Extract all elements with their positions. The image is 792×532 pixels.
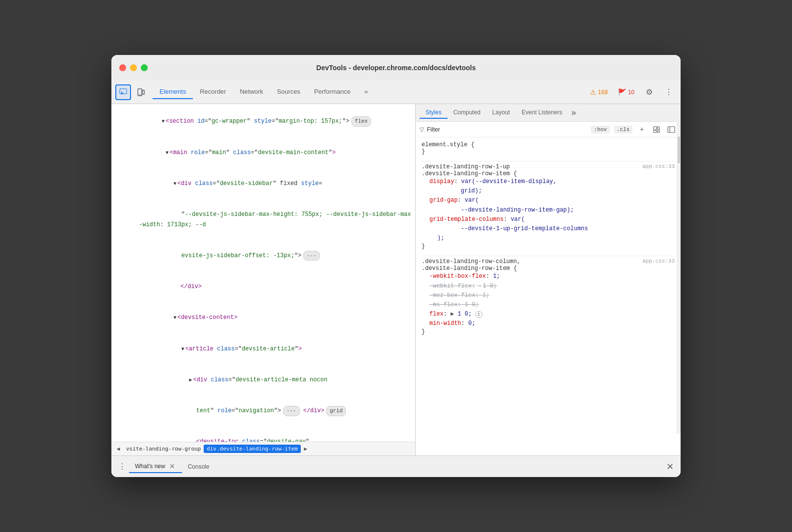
css-selector-3[interactable]: .devsite-landing-row-column, [422, 258, 521, 265]
webkit-flex-val: 1 0; [483, 282, 497, 291]
sidebar-svg [667, 126, 675, 133]
tab-sources[interactable]: Sources [270, 85, 307, 99]
more-options-icon[interactable]: ⋮ [661, 84, 677, 100]
css-selectors: .devsite-landing-row-1-up .devsite-landi… [422, 163, 517, 177]
tab-recorder[interactable]: Recorder [193, 85, 233, 99]
elements-content[interactable]: ▼<section id="gc-wrapper" style="margin-… [111, 104, 415, 442]
breadcrumb-item-row-group[interactable]: vsite-landing-row-group [123, 445, 204, 453]
settings-icon[interactable]: ⚙ [641, 84, 657, 100]
css-property-flex[interactable]: flex: ▶ 1 0; i [422, 310, 675, 319]
tab-event-listeners[interactable]: Event Listeners [516, 107, 568, 119]
prop-name-2: grid-gap [429, 197, 458, 204]
styles-toolbar: ▽ Filter :hov .cls + [416, 122, 681, 137]
element-picker-icon[interactable] [115, 84, 131, 100]
prop-value-3: var( [511, 216, 525, 223]
device-svg [136, 88, 145, 97]
tab-styles[interactable]: Styles [420, 107, 448, 119]
css-selector-2[interactable]: .devsite-landing-row-item { [422, 170, 517, 177]
css-close-line: } [422, 148, 675, 155]
flex-info-icon[interactable]: i [475, 311, 482, 318]
scrollbar-track[interactable] [677, 122, 681, 434]
close-button[interactable] [119, 64, 126, 71]
drawer-close-button[interactable]: ✕ [663, 460, 677, 474]
html-line[interactable]: evsite-js-sidebar-offset: -13px;">··· [111, 240, 415, 271]
warning-count[interactable]: ⚠ 168 [587, 87, 611, 97]
devtools-window: DevTools - developer.chrome.com/docs/dev… [111, 55, 681, 477]
error-count[interactable]: 🚩 10 [615, 87, 637, 97]
breadcrumb-item-row-item[interactable]: div.devsite-landing-row-item [204, 445, 300, 453]
html-line[interactable]: <devsite-toc class="devsite-nav" [111, 426, 415, 442]
add-style-button[interactable]: + [636, 124, 647, 135]
html-line[interactable]: "--devsite-js-sidebar-max-height: 755px;… [111, 199, 415, 240]
filter-label: Filter [427, 126, 440, 133]
css-selector-line[interactable]: element.style { [422, 141, 675, 148]
flex-badge[interactable]: flex [351, 116, 371, 127]
svg-rect-10 [668, 127, 675, 133]
css-property-display[interactable]: display: var(--devsite-item-display, [422, 177, 675, 186]
html-line[interactable]: ▼<section id="gc-wrapper" style="margin-… [111, 106, 415, 137]
breadcrumb-forward-button[interactable]: ▶ [301, 444, 311, 454]
grid-badge[interactable]: grid [326, 406, 346, 416]
toggle-sidebar-button[interactable] [666, 124, 677, 135]
title-bar: DevTools - developer.chrome.com/docs/dev… [111, 55, 681, 80]
drawer-tab-console[interactable]: Console [182, 461, 215, 472]
device-toggle-icon[interactable] [133, 84, 149, 100]
breadcrumb-back-button[interactable]: ◀ [113, 444, 123, 454]
tab-computed[interactable]: Computed [448, 107, 486, 119]
ellipsis2-badge[interactable]: ··· [283, 406, 300, 416]
cls-button[interactable]: .cls [614, 126, 633, 133]
inspect-element-button[interactable] [651, 124, 662, 135]
css-property-moz-box-flex[interactable]: -moz-box-flex: 1; [422, 291, 675, 300]
css-property-min-width[interactable]: min-width: 0; [422, 319, 675, 328]
moz-bf-text: -moz-box-flex: 1; [429, 292, 489, 299]
rule-divider-2 [422, 256, 675, 256]
inspect-svg [653, 126, 660, 133]
html-line[interactable]: ▼<div class="devsite-sidebar" fixed styl… [111, 168, 415, 199]
maximize-button[interactable] [141, 64, 148, 71]
drawer-menu-icon[interactable]: ⋮ [115, 460, 129, 474]
css-property-webkit-box-flex[interactable]: -webkit-box-flex: 1; [422, 272, 675, 281]
css-source-1[interactable]: app.css:33 [642, 163, 675, 169]
html-line[interactable]: ▼<article class="devsite-article"> [111, 333, 415, 364]
close-brace: } [422, 243, 425, 250]
ellipsis-badge[interactable]: ··· [303, 251, 320, 261]
tab-elements[interactable]: Elements [153, 85, 193, 99]
html-line[interactable]: ▼<main role="main" class="devsite-main-c… [111, 137, 415, 168]
hov-button[interactable]: :hov [591, 126, 609, 133]
css-property-grid-template[interactable]: grid-template-columns: var( [422, 215, 675, 224]
filter-icon: ▽ [420, 126, 424, 133]
css-selector-1[interactable]: .devsite-landing-row-1-up [422, 163, 517, 170]
whats-new-close-button[interactable]: ✕ [168, 462, 176, 470]
css-close-brace: } [422, 148, 425, 155]
css-selector-4[interactable]: .devsite-landing-row-item { [422, 265, 521, 272]
prop-value-wbf: 1; [493, 273, 500, 280]
filter-box: ▽ Filter [420, 126, 587, 133]
cont-value-3: --devsite-1-up-grid-template-columns [461, 225, 588, 232]
prop-name: display [429, 178, 454, 185]
html-line[interactable]: tent" role="navigation">··· </div>grid [111, 396, 415, 426]
html-line[interactable]: ▶<div class="devsite-article-meta nocon [111, 364, 415, 395]
html-line[interactable]: ▼<devsite-content> [111, 302, 415, 333]
css-property-grid-gap[interactable]: grid-gap: var( [422, 196, 675, 205]
styles-content[interactable]: element.style { } .devsite-landing-row [416, 137, 681, 455]
css-selectors-2: .devsite-landing-row-column, .devsite-la… [422, 258, 521, 272]
minimize-button[interactable] [130, 64, 137, 71]
prop-name-mw: min-width [429, 320, 461, 327]
tab-network[interactable]: Network [233, 85, 270, 99]
elements-panel: ▼<section id="gc-wrapper" style="margin-… [111, 104, 416, 455]
scrollbar-thumb[interactable] [678, 136, 680, 163]
tab-layout[interactable]: Layout [486, 107, 516, 119]
html-line[interactable]: </div> [111, 271, 415, 302]
styles-more-tabs-button[interactable]: » [568, 108, 580, 118]
prop-name-3: grid-template-columns [429, 216, 503, 223]
css-property-webkit-flex[interactable]: -webkit-flex: → 1 0; [422, 282, 675, 291]
prop-value: var(--devsite-item-display, [461, 178, 556, 185]
css-property-ms-flex[interactable]: -ms-flex: 1 0; [422, 300, 675, 310]
ms-flex-text: -ms-flex: 1 0; [429, 301, 479, 308]
css-source-2[interactable]: app.css:33 [642, 258, 675, 264]
more-tabs-button[interactable]: » [357, 85, 374, 99]
main-tabs: Elements Recorder Network Sources Perfor… [153, 85, 375, 99]
drawer-tab-whats-new[interactable]: What's new ✕ [129, 460, 182, 473]
css-selector: element.style { [422, 141, 475, 148]
tab-performance[interactable]: Performance [307, 85, 357, 99]
